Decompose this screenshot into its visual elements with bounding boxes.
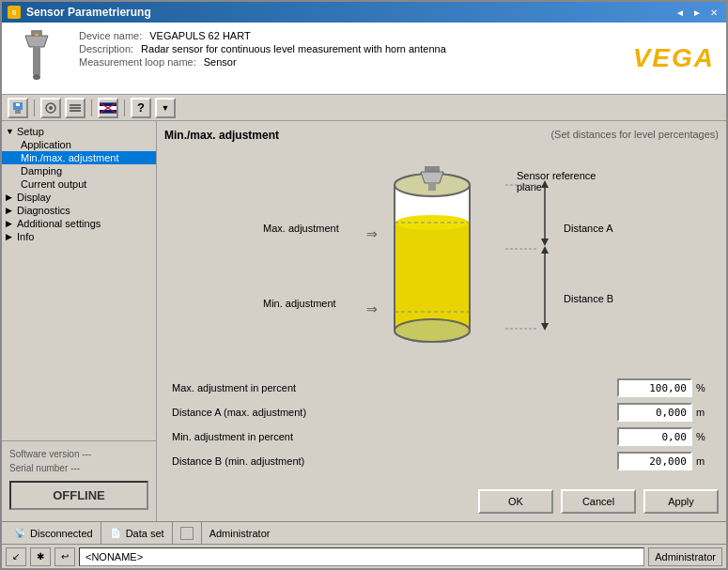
taskbar-admin: Administrator [648,547,722,566]
field-row-0: Max. adjustment in percent % [172,378,711,397]
panel-title: Min./max. adjustment [164,129,279,142]
toolbar-lang-btn[interactable] [98,98,118,118]
taskbar-btn1[interactable]: ↙ [6,547,26,566]
admin-text: Administrator [209,528,271,539]
svg-text:S: S [12,9,17,16]
sidebar-item-display[interactable]: ▶ Display [2,191,156,204]
sidebar-item-application[interactable]: Application [2,138,156,151]
dashed-lines-svg [505,180,538,345]
field-row-3: Distance B (min. adjustment) m [172,452,711,470]
toolbar-dropdown-btn[interactable]: ▼ [155,98,176,118]
max-adjustment-label: Max. adjustment [263,223,339,234]
title-text: Sensor Parametrierung [26,6,674,19]
vega-logo: VEGA [633,43,715,73]
field-input-2[interactable] [617,427,692,446]
description-label: Description: [79,43,133,54]
sidebar-item-damping-label: Damping [21,165,62,177]
field-input-3[interactable] [617,452,692,470]
dataset-icon: 📄 [109,527,122,540]
sidebar-item-diagnostics[interactable]: ▶ Diagnostics [2,204,156,217]
svg-rect-6 [35,34,39,36]
header-left: Device name: VEGAPULS 62 HART Descriptio… [13,30,446,86]
field-input-0[interactable] [617,378,692,397]
expand-icon-diagnostics: ▶ [6,206,15,215]
svg-point-30 [395,215,469,230]
min-adjustment-label: Min. adjustment [263,298,336,309]
description-row: Description: Radar sensor for continuous… [79,43,446,54]
fields-section: Max. adjustment in percent % Distance A … [164,371,719,484]
window-controls: ◄ ► ✕ [674,6,720,19]
field-label-3: Distance B (min. adjustment) [172,455,617,467]
max-arrow: ⇒ [366,226,378,241]
field-unit-3: m [696,455,711,467]
sidebar-item-display-label: Display [17,192,51,203]
svg-point-5 [33,74,40,80]
expand-icon-setup: ▼ [6,127,15,136]
distance-b-label: Distance B [564,293,613,304]
sidebar-item-diagnostics-label: Diagnostics [17,205,70,216]
status-dataset: 📄 Data set [101,522,173,544]
field-label-0: Max. adjustment in percent [172,382,617,393]
sidebar: ▼ Setup Application Min./max. adjustment… [2,121,157,521]
expand-icon-additional: ▶ [6,219,15,228]
svg-rect-10 [16,103,20,106]
svg-marker-40 [541,246,549,254]
button-row: OK Cancel Apply [164,484,719,514]
sidebar-item-additional-label: Additional settings [17,218,101,229]
field-input-group-3: m [617,452,711,470]
sep3 [124,100,125,116]
svg-rect-9 [15,110,21,114]
taskbar-btn2[interactable]: ✱ [30,547,51,566]
sep1 [34,100,35,116]
field-unit-1: m [696,407,711,418]
sidebar-item-min-max[interactable]: Min./max. adjustment [2,151,156,164]
close-btn[interactable]: ✕ [707,6,720,19]
svg-rect-14 [70,107,81,109]
title-bar: S Sensor Parametrierung ◄ ► ✕ [2,2,726,23]
software-version: Software version --- [9,449,148,459]
field-label-2: Min. adjustment in percent [172,431,617,442]
svg-rect-27 [395,223,469,330]
svg-rect-15 [70,110,81,112]
tank-svg [385,166,507,354]
toolbar-help-btn[interactable]: ? [131,98,151,118]
field-input-1[interactable] [617,403,692,422]
svg-point-12 [49,106,53,110]
expand-icon-info: ▶ [6,232,15,241]
expand-icon-display: ▶ [6,193,15,202]
field-input-group-0: % [617,378,711,397]
sidebar-item-setup[interactable]: ▼ Setup [2,125,156,138]
sidebar-item-current-output[interactable]: Current output [2,177,156,191]
svg-marker-3 [25,36,48,47]
status-box-icon [180,527,194,540]
loop-name-row: Measurement loop name: Sensor [79,56,446,68]
panel-header: Min./max. adjustment (Set distances for … [164,129,719,142]
status-disconnected: 📡 Disconnected [6,522,101,544]
sidebar-item-additional[interactable]: ▶ Additional settings [2,217,156,230]
toolbar-save-btn[interactable] [8,98,28,118]
loop-name-value: Sensor [204,56,237,68]
sidebar-item-damping[interactable]: Damping [2,164,156,177]
diagram-area: Max. adjustment Min. adjustment ⇒ ⇒ [164,149,719,371]
status-empty [173,522,202,544]
svg-marker-38 [541,239,549,246]
apply-button[interactable]: Apply [643,489,719,514]
svg-rect-4 [33,47,40,75]
sidebar-footer: Software version --- Serial number --- O… [2,440,156,517]
distance-a-label: Distance A [564,223,613,234]
sidebar-item-info[interactable]: ▶ Info [2,230,156,243]
taskbar-btn3[interactable]: ↩ [54,547,75,566]
toolbar-settings-btn[interactable] [40,98,61,118]
toolbar: ? ▼ [2,95,726,121]
sidebar-item-setup-label: Setup [17,126,44,137]
toolbar-config-btn[interactable] [65,98,85,118]
disconnected-text: Disconnected [30,528,93,539]
prev-btn[interactable]: ◄ [674,6,687,19]
main-content: ▼ Setup Application Min./max. adjustment… [2,121,726,521]
serial-number: Serial number --- [9,463,148,473]
field-unit-2: % [696,431,711,442]
next-btn[interactable]: ► [690,6,704,19]
ok-button[interactable]: OK [478,489,553,514]
device-info: Device name: VEGAPULS 62 HART Descriptio… [79,30,446,86]
cancel-button[interactable]: Cancel [561,489,636,514]
